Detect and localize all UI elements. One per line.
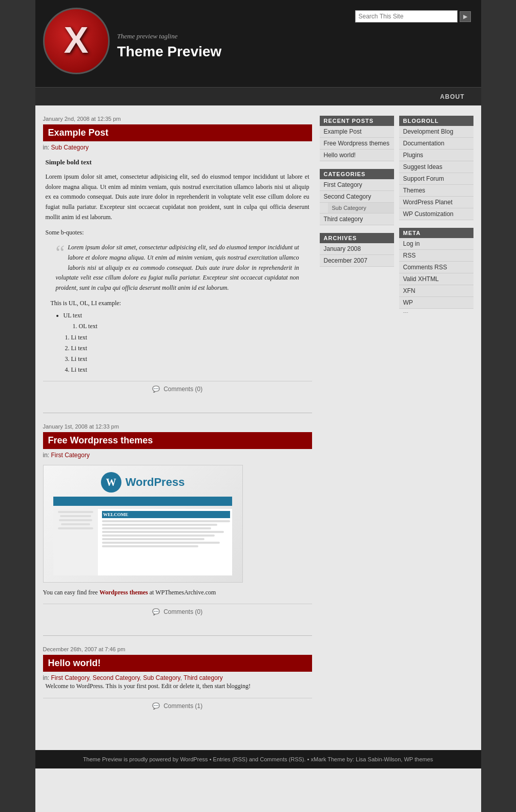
sidebar-col-2: BLOGROLL Development Blog Documentation … <box>399 116 473 323</box>
widget-title-meta: META <box>399 228 473 238</box>
logo-area: X Theme preview tagline Theme Preview <box>43 8 222 74</box>
meta-link[interactable]: Valid XHTML <box>399 273 473 285</box>
post-footer: 💬 Comments (0) <box>43 381 312 397</box>
wp-themes-link[interactable]: Wordpress themes <box>99 589 148 596</box>
widget-blogroll: BLOGROLL Development Blog Documentation … <box>399 116 473 220</box>
post-example: January 2nd, 2008 at 12:35 pm Example Po… <box>43 116 312 397</box>
category-link[interactable]: Second Category <box>320 191 394 202</box>
list-item: WP Customization <box>399 208 473 220</box>
cat-second[interactable]: Second Category <box>93 674 140 681</box>
meta-link[interactable]: Comments RSS <box>399 262 473 273</box>
list-item: Second Category <box>320 191 394 203</box>
meta-link[interactable]: XFN <box>399 285 473 296</box>
free-text-post: at WPThemesArchive.com <box>148 589 216 596</box>
list-item: Third category <box>320 213 394 225</box>
ul-item: UL text <box>64 311 309 320</box>
li-item-2: Li text <box>71 344 309 353</box>
main-content: January 2nd, 2008 at 12:35 pm Example Po… <box>43 116 312 730</box>
list-item: Valid XHTML <box>399 273 473 285</box>
meta-link[interactable]: WP <box>399 297 473 308</box>
widget-title-categories: CATEGORIES <box>320 169 394 179</box>
list-item: XFN <box>399 285 473 297</box>
li-item-4: Li text <box>71 365 309 375</box>
blogroll-link[interactable]: Development Blog <box>399 126 473 137</box>
wp-nav-bar <box>53 497 232 506</box>
blogroll-link[interactable]: Support Forum <box>399 173 473 184</box>
list-item: January 2008 <box>320 243 394 255</box>
comments-count: Comments (0) <box>163 386 202 393</box>
wp-main: WELCOME <box>100 509 232 575</box>
subcategory-link[interactable]: Sub Category <box>328 203 394 213</box>
comments-link[interactable]: 💬 Comments (0) <box>152 608 202 615</box>
list-item: Free Wordpress themes <box>320 138 394 149</box>
widget-categories: CATEGORIES First Category Second Categor… <box>320 169 394 225</box>
meta-link[interactable]: RSS <box>399 250 473 261</box>
post-date: December 26th, 2007 at 7:46 pm <box>43 646 312 652</box>
blogroll-link[interactable]: Themes <box>399 185 473 196</box>
free-text: You can easy find free Wordpress themes … <box>43 588 312 597</box>
meta-list: Log in RSS Comments RSS Valid XHTML XFN … <box>399 238 473 309</box>
wp-image-inner: W WordPress <box>44 465 242 582</box>
list-item: Plugins <box>399 149 473 161</box>
blogroll-link[interactable]: Documentation <box>399 138 473 149</box>
blogroll-link[interactable]: WP Customization <box>399 208 473 220</box>
post-title: Free Wordpress themes <box>43 432 312 449</box>
category-link[interactable]: First Category <box>320 179 394 190</box>
blockquote-text: Lorem ipsum dolor sit amet, consectetur … <box>56 243 299 293</box>
cat-third[interactable]: Third category <box>183 674 223 681</box>
wp-sidebar <box>53 509 98 575</box>
search-input[interactable] <box>355 10 458 23</box>
list-item-sub: Sub Category <box>320 203 394 213</box>
post-free-wp: January 1st, 2008 at 12:33 pm Free Wordp… <box>43 423 312 620</box>
search-button[interactable]: ▶ <box>460 11 471 22</box>
blogroll-link[interactable]: Suggest Ideas <box>399 161 473 173</box>
list-item: December 2007 <box>320 255 394 267</box>
recent-post-link[interactable]: Example Post <box>320 126 394 137</box>
category-link[interactable]: Third category <box>320 213 394 225</box>
blockquote: “ Lorem ipsum dolor sit amet, consectetu… <box>56 243 299 293</box>
widget-title-recent-posts: RECENT POSTS <box>320 116 394 126</box>
blogroll-link[interactable]: WordPress Planet <box>399 197 473 208</box>
recent-posts-list: Example Post Free Wordpress themes Hello… <box>320 126 394 161</box>
bq-label: Some b-quotes: <box>46 228 309 238</box>
post-paragraph: Welcome to WordPress. This is your first… <box>46 681 309 692</box>
category-link[interactable]: Sub Category <box>51 144 89 151</box>
wp-logo-w: W <box>106 477 116 488</box>
post-separator <box>43 413 312 413</box>
site-logo: X <box>43 8 110 74</box>
post-categories: in: First Category, Second Category, Sub… <box>43 674 312 681</box>
list-item: Documentation <box>399 138 473 149</box>
site-header: ▶ X Theme preview tagline Theme Preview <box>35 0 481 87</box>
category-link[interactable]: First Category <box>51 452 90 459</box>
meta-link[interactable]: Log in <box>399 238 473 249</box>
post-paragraph: Lorem ipsum dolor sit amet, consectetur … <box>46 172 309 223</box>
ol-item: OL text <box>79 322 309 331</box>
post-category: in: Sub Category <box>43 144 312 151</box>
li-item-1: Li text <box>71 333 309 343</box>
archive-link[interactable]: December 2007 <box>320 255 394 266</box>
nav-item-about[interactable]: ABOUT <box>434 93 471 100</box>
recent-post-link[interactable]: Free Wordpress themes <box>320 138 394 149</box>
meta-dash: --- <box>399 309 473 315</box>
recent-post-link[interactable]: Hello world! <box>320 149 394 161</box>
post-separator <box>43 635 312 636</box>
category-prefix: in: <box>43 674 50 681</box>
list-label: This is UL, OL, LI example: <box>51 298 309 308</box>
widget-meta: META Log in RSS Comments RSS Valid XHTML… <box>399 228 473 315</box>
blogroll-link[interactable]: Plugins <box>399 149 473 161</box>
post-hello: December 26th, 2007 at 7:46 pm Hello wor… <box>43 646 312 714</box>
logo-x-icon: X <box>64 19 88 61</box>
archive-link[interactable]: January 2008 <box>320 243 394 254</box>
sidebar-col-1: RECENT POSTS Example Post Free Wordpress… <box>320 116 394 323</box>
comments-link[interactable]: 💬 Comments (0) <box>152 386 202 393</box>
archives-list: January 2008 December 2007 <box>320 243 394 267</box>
list-item: Suggest Ideas <box>399 161 473 173</box>
footer-text: Theme Preview is proudly powered by Word… <box>83 756 433 762</box>
comments-link[interactable]: 💬 Comments (1) <box>152 702 202 710</box>
post-title: Hello world! <box>43 655 312 672</box>
list-item: Support Forum <box>399 173 473 185</box>
site-title: Theme Preview <box>117 44 222 60</box>
cat-sub[interactable]: Sub Category <box>143 674 180 681</box>
post-body: Welcome to WordPress. This is your first… <box>43 681 312 692</box>
cat-first[interactable]: First Category <box>51 674 89 681</box>
